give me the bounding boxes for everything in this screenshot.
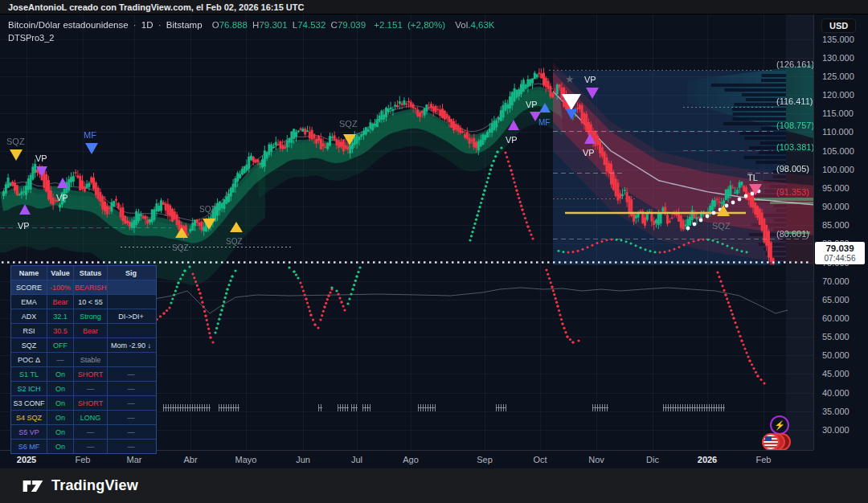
table-cell: S6 MF xyxy=(11,440,47,453)
table-cell: S4 SQZ xyxy=(11,411,47,424)
table-row: S4 SQZOnLONG— xyxy=(11,410,156,424)
countdown-timer: 07:44:56 xyxy=(815,254,865,263)
table-cell: Strong xyxy=(73,309,107,323)
table-cell: — xyxy=(47,353,73,366)
signal-triangle-up-icon xyxy=(19,204,31,215)
table-cell: Mom -2.90 ↓ xyxy=(107,338,154,352)
table-cell: — xyxy=(107,425,154,439)
table-cell: On xyxy=(47,396,73,410)
price-axis[interactable]: USD 79.039 07:44:56 135.000130.000125.00… xyxy=(813,14,868,450)
table-cell: BEARISH xyxy=(73,280,107,294)
table-cell: SCORE xyxy=(11,280,47,294)
time-tick-label: Jun xyxy=(296,455,310,464)
interval-label[interactable]: 1D xyxy=(141,20,154,30)
chart-annotation-label: SQZ xyxy=(339,119,358,129)
price-tick-label: 125.000 xyxy=(822,72,854,81)
close-value: 79.039 xyxy=(338,20,366,30)
table-cell: 10 < 55 xyxy=(73,295,107,309)
table-cell: EMA xyxy=(11,295,47,309)
price-tick-label: 130.000 xyxy=(822,53,854,63)
attribution-text: JoseAntonioL creado con TradingView.com,… xyxy=(8,2,304,12)
time-tick-label: 2025 xyxy=(17,455,36,464)
change-value: +2.151 xyxy=(374,20,403,30)
table-cell: S5 VP xyxy=(11,425,47,439)
currency-toggle-button[interactable]: USD xyxy=(821,18,856,33)
signal-triangle-down-icon xyxy=(749,184,762,195)
us-flag-icon[interactable] xyxy=(762,433,780,451)
table-cell xyxy=(107,280,154,294)
signal-triangle-down-icon xyxy=(586,88,599,99)
tradingview-logo-icon xyxy=(21,476,45,496)
price-tick-label: 100.000 xyxy=(822,165,854,174)
signal-triangle-up-icon xyxy=(57,178,68,188)
table-cell: On xyxy=(47,411,73,424)
table-row: S6 MFOn—— xyxy=(11,439,156,453)
price-tick-label: 110.000 xyxy=(822,127,854,137)
table-row: S5 VPOn—— xyxy=(11,424,156,439)
table-cell: Bear xyxy=(73,324,107,337)
price-tick-label: 45.000 xyxy=(822,369,850,378)
table-cell: S1 TL xyxy=(11,367,47,381)
table-cell xyxy=(107,295,154,309)
chart-annotation-label: SQZ xyxy=(172,243,189,252)
symbol-header[interactable]: Bitcoin/Dólar estadounidense · 1D · Bits… xyxy=(8,20,497,30)
price-tick-label: 30.000 xyxy=(822,425,850,435)
symbol-name[interactable]: Bitcoin/Dólar estadounidense xyxy=(8,20,129,30)
table-cell: OFF xyxy=(47,338,73,352)
table-cell: On xyxy=(47,382,73,395)
price-tick-label: 60.000 xyxy=(822,313,850,323)
table-cell xyxy=(107,353,154,366)
signal-triangle-down-icon xyxy=(562,94,581,110)
table-cell: LONG xyxy=(73,411,107,424)
lightning-icon[interactable]: ⚡ xyxy=(770,415,789,435)
chart-annotation-label: VP xyxy=(56,193,68,202)
table-header-row: NameValueStatusSig xyxy=(11,266,156,280)
table-cell: On xyxy=(47,367,73,381)
signal-triangle-down-icon xyxy=(36,166,47,177)
indicator-name[interactable]: DTSPro3_2 xyxy=(8,33,54,43)
table-cell: POC Δ xyxy=(11,353,47,366)
signal-triangle-up-icon xyxy=(717,205,730,216)
price-tick-label: 105.000 xyxy=(822,146,854,156)
table-cell: On xyxy=(47,425,73,439)
price-tick-label: 85.000 xyxy=(822,220,850,230)
close-label: C xyxy=(331,20,338,30)
chart-annotation-label: VP xyxy=(18,221,30,231)
tradingview-logo[interactable]: TradingView xyxy=(21,476,138,496)
time-tick-label: 2026 xyxy=(698,455,717,464)
chart-annotation-label: SQZ xyxy=(712,221,731,231)
price-tick-label: 40.000 xyxy=(822,388,850,398)
table-row: EMABear10 < 55 xyxy=(11,294,156,309)
time-tick-label: Mar xyxy=(127,455,142,464)
time-tick-label: Dic xyxy=(646,455,659,464)
time-tick-label: Abr xyxy=(183,455,197,464)
chart-annotation-label: SQZ xyxy=(199,205,216,214)
time-tick-label: Sep xyxy=(477,455,493,464)
low-value: 74.532 xyxy=(297,20,326,30)
tradingview-snapshot: JoseAntonioL creado con TradingView.com,… xyxy=(0,0,868,503)
current-price: 79.039 xyxy=(815,243,865,254)
attribution-bar: JoseAntonioL creado con TradingView.com,… xyxy=(0,0,868,14)
table-row: S3 CONFOnSHORT— xyxy=(11,395,156,410)
table-cell: Stable xyxy=(73,353,107,366)
sticker-group[interactable]: ⚡ xyxy=(762,415,797,452)
table-cell: SQZ xyxy=(11,338,47,352)
price-level-label: (116.411) xyxy=(776,96,813,106)
chart-annotation-label: SQZ xyxy=(6,137,25,146)
time-tick-label: Nov xyxy=(588,455,604,464)
table-cell: DI->DI+ xyxy=(107,309,154,323)
exchange-label[interactable]: Bitstamp xyxy=(166,20,203,30)
table-cell: S2 ICH xyxy=(11,382,47,395)
price-level-label: (108.757) xyxy=(776,121,814,130)
price-tick-label: 90.000 xyxy=(822,202,850,211)
price-tick-label: 65.000 xyxy=(822,295,850,305)
table-row: POC Δ—Stable xyxy=(11,352,156,366)
time-tick-label: Mayo xyxy=(235,455,257,464)
price-level-label: (91.353) xyxy=(776,187,809,197)
signal-triangle-up-icon xyxy=(175,227,188,238)
signal-triangle-up-icon xyxy=(230,222,243,232)
signal-triangle-down-icon xyxy=(566,109,577,120)
chart-annotation-label: MF xyxy=(84,130,96,140)
table-cell: — xyxy=(107,396,154,410)
signal-triangle-up-icon xyxy=(508,120,519,130)
